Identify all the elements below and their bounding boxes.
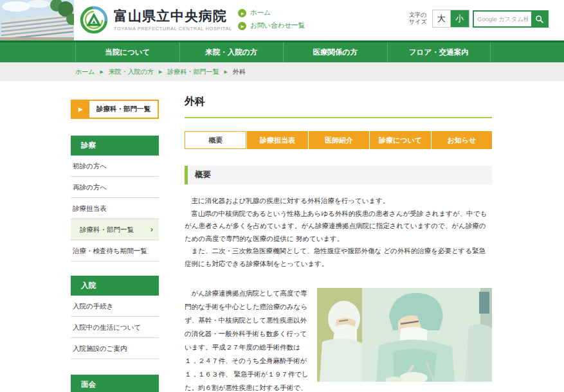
tab-treatment[interactable]: 診療について: [370, 131, 430, 149]
site-title: 富山県立中央病院: [114, 8, 232, 24]
nav-item-about[interactable]: 当院について: [75, 42, 179, 62]
play-square-icon: ▶: [72, 101, 89, 118]
sidebar-quicklink-departments[interactable]: ▶ 診療科・部門一覧: [71, 100, 159, 119]
breadcrumb-arrow-icon: ▶: [224, 69, 227, 75]
tab-schedule[interactable]: 診療担当表: [247, 131, 307, 149]
breadcrumb-link-visit[interactable]: 来院・入院の方: [109, 67, 154, 76]
play-circle-icon: ▶: [238, 22, 246, 30]
font-size-label: 文字の サイズ: [409, 12, 427, 26]
page-title: 外科: [185, 93, 492, 118]
header-link-label: お問い合わせ一覧: [250, 21, 305, 30]
sidebar-quicklink-label: 診療科・部門一覧: [89, 101, 158, 118]
sidebar: ▶ 診療科・部門一覧 診察 初診の方へ 再診の方へ 診療担当表 › 診療科・部門…: [71, 100, 159, 392]
site-subtitle: TOYAMA PREFECTURAL CENTRAL HOSPITAL: [114, 26, 232, 31]
sidebar-section-nyuin: 入院 入院の手続き 入院中の生活について 入院施設のご案内: [71, 276, 159, 359]
tab-overview[interactable]: 概要: [185, 131, 246, 149]
play-circle-icon: ▶: [238, 9, 246, 17]
breadcrumb-arrow-icon: ▶: [159, 69, 162, 75]
nav-item-floor[interactable]: フロア・交通案内: [387, 42, 491, 62]
sidebar-section-title: 面会: [71, 375, 159, 392]
section-heading-overview: 概要: [185, 166, 492, 184]
overview-detail: がん診療連携拠点病院として高度で専門的な手術を中心とした癌治療のみならず、基幹・…: [185, 287, 492, 392]
sidebar-section-menkai: 面会: [71, 375, 159, 392]
sidebar-item-schedule[interactable]: 診療担当表: [71, 198, 159, 219]
department-tabs: 概要 診療担当表 医師紹介 診療について お知らせ: [185, 131, 492, 149]
breadcrumb-current: 外科: [233, 67, 246, 76]
hospital-building-photo: [0, 0, 74, 40]
breadcrumb-arrow-icon: ▶: [100, 69, 103, 75]
site-title-block: 富山県立中央病院 TOYAMA PREFECTURAL CENTRAL HOSP…: [114, 8, 232, 31]
breadcrumb-link-home[interactable]: ホーム: [75, 67, 95, 76]
sidebar-section-shinsatsu: 診察 初診の方へ 再診の方へ 診療担当表 › 診療科・部門一覧 治療・検査待ち期…: [71, 136, 159, 262]
sidebar-item-label: 診療科・部門一覧: [80, 226, 134, 233]
sidebar-item-admission-procedure[interactable]: 入院の手続き: [71, 296, 159, 317]
nav-item-visit[interactable]: 来院・入院の方: [179, 42, 284, 62]
main-content: 外科 概要 診療担当表 医師紹介 診療について お知らせ 概要 主に消化器および…: [185, 93, 492, 392]
search-button[interactable]: [531, 12, 547, 26]
sidebar-item-return-visit[interactable]: 再診の方へ: [71, 177, 159, 198]
overview-intro: 主に消化器および乳腺の疾患に対する外科治療を行っています。 富山県の中核病院であ…: [185, 195, 492, 270]
header: 富山県立中央病院 TOYAMA PREFECTURAL CENTRAL HOSP…: [0, 0, 564, 40]
sidebar-item-departments[interactable]: › 診療科・部門一覧: [71, 219, 159, 240]
font-size-buttons: 大 小: [432, 10, 469, 28]
paragraph: 主に消化器および乳腺の疾患に対する外科治療を行っています。: [185, 195, 492, 208]
header-links: ▶ ホーム ▶ お問い合わせ一覧: [238, 6, 305, 32]
tab-doctors[interactable]: 医師紹介: [309, 131, 369, 149]
tab-news[interactable]: お知らせ: [432, 131, 492, 149]
site-search: [473, 10, 549, 28]
font-size-label-line1: 文字の: [409, 12, 427, 19]
sidebar-item-first-visit[interactable]: 初診の方へ: [71, 156, 159, 177]
breadcrumb: ホーム ▶ 来院・入院の方 ▶ 診療科・部門一覧 ▶ 外科: [0, 62, 564, 81]
header-link-home[interactable]: ▶ ホーム: [238, 6, 305, 19]
search-icon: [535, 15, 544, 24]
sidebar-section-title: 診察: [71, 136, 159, 156]
page: 富山県立中央病院 TOYAMA PREFECTURAL CENTRAL HOSP…: [0, 0, 564, 392]
paragraph: また、二次・三次救急医療機関として、急性腹症や腹部外傷な どの外科的治療を必要と…: [185, 245, 492, 270]
sidebar-item-waiting-list[interactable]: 治療・検査待ち期間一覧: [71, 240, 159, 262]
global-nav: 当院について 来院・入院の方 医療関係の方 フロア・交通案内: [0, 40, 564, 62]
search-input[interactable]: [474, 12, 531, 26]
chevron-right-icon: ›: [150, 219, 153, 240]
header-link-label: ホーム: [250, 8, 271, 17]
hospital-logo-icon: [78, 4, 109, 35]
font-size-control: 文字の サイズ 大 小: [409, 10, 469, 28]
surgery-photo: [317, 288, 492, 382]
header-link-contact[interactable]: ▶ お問い合わせ一覧: [238, 19, 305, 32]
sidebar-item-facilities[interactable]: 入院施設のご案内: [71, 338, 159, 359]
nav-item-medical[interactable]: 医療関係の方: [283, 42, 387, 62]
font-size-large-button[interactable]: 大: [433, 10, 451, 27]
sidebar-section-title: 入院: [71, 276, 159, 296]
paragraph: 富山県の中核病院であるという性格上あらゆる外科的疾患の患者さんが受診 されますが…: [185, 208, 492, 245]
sidebar-item-hospital-life[interactable]: 入院中の生活について: [71, 317, 159, 338]
breadcrumb-link-departments[interactable]: 診療科・部門一覧: [167, 67, 219, 76]
font-size-small-button[interactable]: 小: [451, 10, 469, 27]
font-size-label-line2: サイズ: [409, 19, 427, 26]
